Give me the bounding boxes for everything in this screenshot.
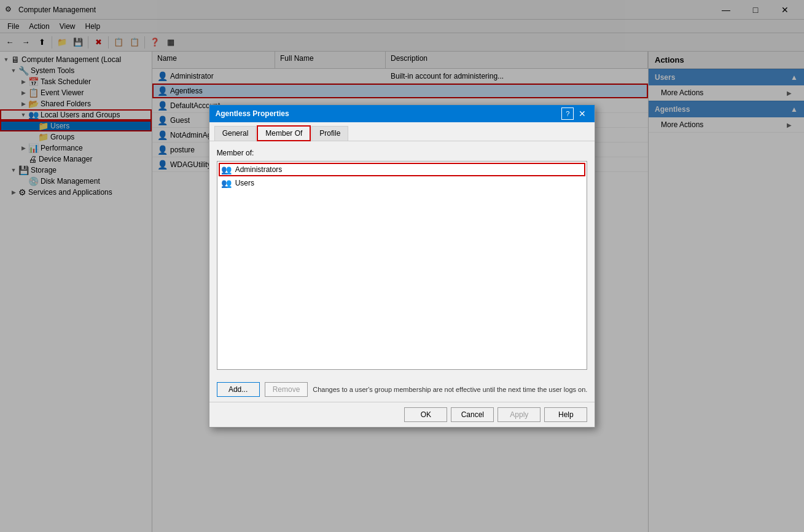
member-users[interactable]: 👥 Users xyxy=(219,176,586,190)
modal-dialog: Agentless Properties ? ✕ General Member … xyxy=(209,104,596,428)
help-dialog-button[interactable]: Help xyxy=(544,407,587,422)
modal-overlay: Agentless Properties ? ✕ General Member … xyxy=(0,0,804,532)
member-administrators[interactable]: 👥 Administrators xyxy=(219,163,586,176)
remove-button[interactable]: Remove xyxy=(265,382,308,397)
member-list: 👥 Administrators 👥 Users xyxy=(217,161,588,370)
modal-action-row: Add... Remove Changes to a user's group … xyxy=(209,377,595,402)
modal-title-bar: Agentless Properties ? ✕ xyxy=(209,105,595,122)
administrators-icon: 👥 xyxy=(221,165,232,174)
apply-button[interactable]: Apply xyxy=(498,407,541,422)
users-group-label: Users xyxy=(235,179,254,187)
modal-title-text: Agentless Properties xyxy=(216,109,562,118)
modal-content: Member of: 👥 Administrators 👥 Users xyxy=(209,141,595,377)
add-button[interactable]: Add... xyxy=(217,382,260,397)
tab-bar: General Member Of Profile xyxy=(209,122,595,141)
ok-button[interactable]: OK xyxy=(404,407,447,422)
modal-note: Changes to a user's group membership are… xyxy=(313,385,587,394)
cancel-button[interactable]: Cancel xyxy=(451,407,494,422)
tab-member-of[interactable]: Member Of xyxy=(257,126,310,141)
dialog-footer: OK Cancel Apply Help xyxy=(209,402,595,427)
modal-close-button[interactable]: ✕ xyxy=(576,108,588,120)
member-of-label: Member of: xyxy=(217,149,588,157)
tab-profile[interactable]: Profile xyxy=(311,126,348,141)
modal-help-button[interactable]: ? xyxy=(561,108,574,120)
tab-general[interactable]: General xyxy=(214,126,257,141)
administrators-label: Administrators xyxy=(235,165,283,174)
users-group-icon: 👥 xyxy=(221,178,232,188)
